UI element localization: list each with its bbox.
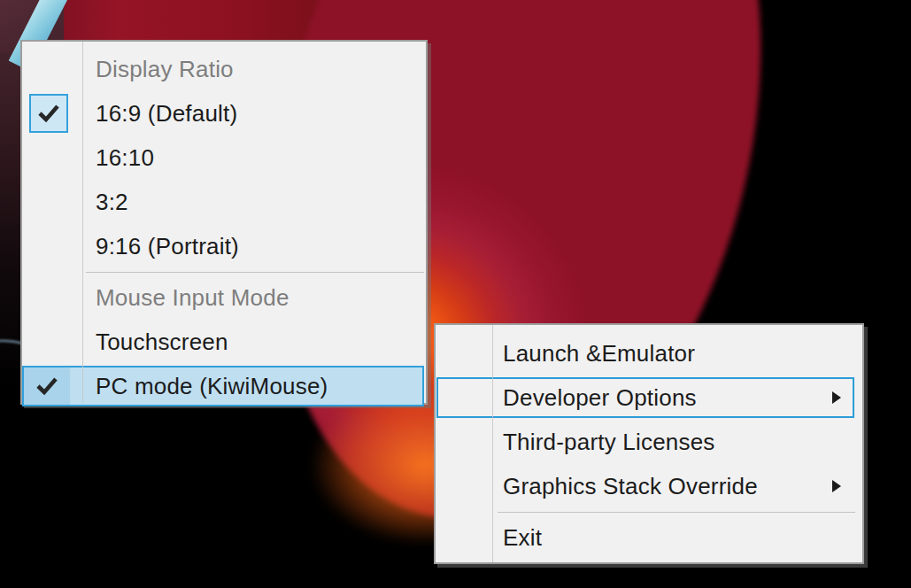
checked-box <box>29 94 68 133</box>
display-submenu: Display Ratio 16:9 (Default) 16:10 3:2 9… <box>20 40 428 405</box>
menu-item-label: 3:2 <box>96 189 128 216</box>
check-icon <box>35 376 58 396</box>
menu-item-label: 16:10 <box>96 144 154 172</box>
menu-gutter-line <box>492 325 493 562</box>
menu-item-label: Third-party Licenses <box>503 429 715 456</box>
section-header-label: Display Ratio <box>96 56 234 83</box>
menu-item-label: Touchscreen <box>96 329 228 356</box>
menu-item-third-party-licenses[interactable]: Third-party Licenses <box>436 420 862 464</box>
check-icon <box>37 104 60 123</box>
menu-item-label: Exit <box>503 524 542 552</box>
section-header-label: Mouse Input Mode <box>96 284 290 312</box>
menu-item-label: 9:16 (Portrait) <box>96 233 239 260</box>
menu-item-graphics-stack-override[interactable]: Graphics Stack Override <box>436 464 862 508</box>
menu-item-launch-emulator[interactable]: Launch &Emulator <box>436 331 862 375</box>
menu-item-label: Developer Options <box>503 384 697 412</box>
tray-context-menu: Launch &Emulator Developer Options Third… <box>434 323 864 564</box>
menu-item-label: 16:9 (Default) <box>96 100 237 128</box>
menu-item-label: PC mode (KiwiMouse) <box>96 373 328 400</box>
menu-item-label: Launch &Emulator <box>503 340 695 368</box>
chevron-right-icon <box>832 391 841 404</box>
menu-item-label: Graphics Stack Override <box>503 473 758 500</box>
chevron-right-icon <box>832 480 841 492</box>
submenu-gutter-line <box>82 42 83 403</box>
menu-separator <box>436 508 862 515</box>
menu-item-developer-options[interactable]: Developer Options <box>436 375 862 420</box>
checked-box <box>24 368 71 405</box>
menu-item-exit[interactable]: Exit <box>436 515 862 560</box>
